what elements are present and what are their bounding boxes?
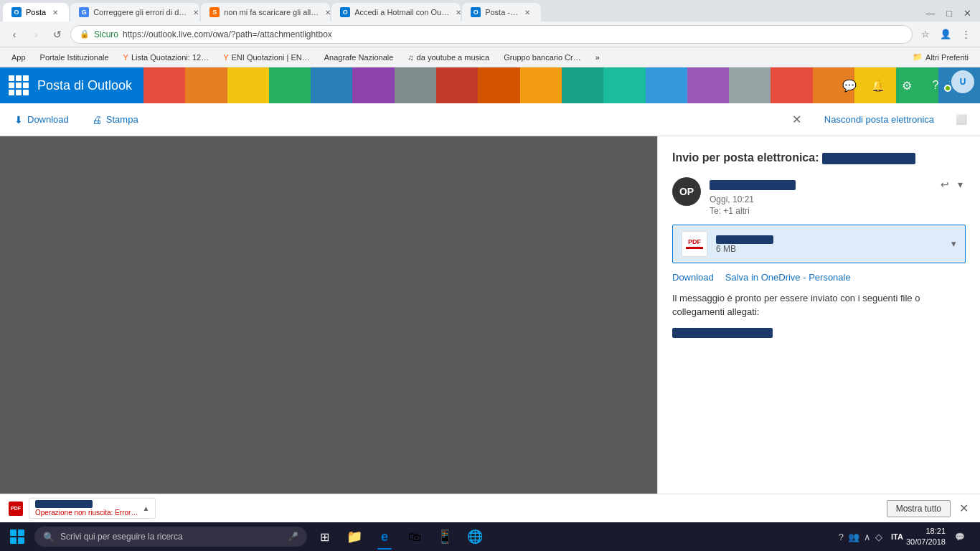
bookmark-youtube[interactable]: ♫ da youtube a musica <box>402 52 495 63</box>
windows-logo <box>10 529 24 544</box>
close-window-btn[interactable]: ✕ <box>958 5 977 22</box>
bookmark-portale[interactable]: Portale Istituzionale <box>34 52 115 63</box>
settings-icon-btn[interactable]: ⚙ <box>894 72 920 98</box>
pdf-file-icon: PDF <box>682 231 707 257</box>
tab-2-close[interactable]: ✕ <box>191 7 199 17</box>
toolbar-close-button[interactable]: ✕ <box>787 110 807 130</box>
url-bar[interactable]: 🔒 Sicuro https://outlook.live.com/owa/?p… <box>70 25 913 44</box>
main-content: Invio per posta elettronica: OP ↩ ▾ <box>0 136 980 522</box>
taskbar-task-view[interactable]: ⊞ <box>310 522 339 551</box>
reply-icon[interactable]: ↩ <box>938 177 952 192</box>
browser-tab-bar: O Posta ✕ G Correggere gli errori di d… … <box>0 0 980 22</box>
email-pane: Invio per posta elettronica: OP ↩ ▾ <box>657 136 980 522</box>
attachment-card: PDF 6 MB ▾ <box>672 225 966 263</box>
user-avatar[interactable]: U <box>951 70 974 93</box>
email-timestamp: Oggi, 10:21 Te: +1 altri <box>710 194 966 216</box>
email-sender-row: OP ↩ ▾ Oggi, 10:21 Te: +1 altr <box>672 177 966 216</box>
bookmark-eni[interactable]: Y ENI Quotazioni | EN… <box>217 52 316 63</box>
online-status-dot <box>944 85 951 92</box>
email-subject: Invio per posta elettronica: <box>672 151 966 166</box>
download-pdf-icon: PDF <box>9 501 23 516</box>
tab-3-label: non mi fa scaricare gli all… <box>224 8 319 17</box>
back-button[interactable]: ‹ <box>6 26 23 43</box>
taskbar-phone-companion[interactable]: 📱 <box>430 522 459 551</box>
print-icon: 🖨 <box>92 114 102 126</box>
print-button[interactable]: 🖨 Stampa <box>86 111 144 128</box>
secure-icon: 🔒 <box>80 29 90 39</box>
notification-bell-btn[interactable]: 🔔 <box>865 72 891 98</box>
tab-1-label: Posta <box>26 8 46 17</box>
expand-button[interactable]: ⬜ <box>951 110 971 130</box>
browser-tab-1[interactable]: O Posta ✕ <box>3 3 69 22</box>
help-desk-icon[interactable]: ? <box>839 532 844 542</box>
attachment-details: 6 MB <box>716 233 943 254</box>
language-badge[interactable]: ITA <box>891 532 903 541</box>
waffle-menu-icon[interactable] <box>9 75 29 95</box>
system-clock[interactable]: 18:21 30/07/2018 <box>906 526 946 548</box>
tab-3-close[interactable]: ✕ <box>323 7 330 17</box>
attachment-save-onedrive-link[interactable]: Salva in OneDrive - Personale <box>725 272 851 283</box>
browser-tab-2[interactable]: G Correggere gli errori di d… ✕ <box>70 3 199 22</box>
system-tray-icons: ? 👥 ∧ ◇ <box>833 532 888 542</box>
search-icon: 🔍 <box>43 532 55 542</box>
download-icon: ⬇ <box>14 114 23 126</box>
taskbar-chrome[interactable]: 🌐 <box>461 522 489 551</box>
menu-button[interactable]: ⋮ <box>957 26 974 43</box>
outlook-app: Posta di Outlook 💬 � <box>0 67 980 522</box>
dropbox-icon[interactable]: ◇ <box>875 532 882 542</box>
attachment-expand-icon[interactable]: ▾ <box>951 238 956 249</box>
forward-button[interactable]: › <box>27 26 44 43</box>
time-display: 18:21 <box>906 526 946 537</box>
bookmark-bancario[interactable]: Gruppo bancario Cr… <box>498 52 587 63</box>
chat-icon-btn[interactable]: 💬 <box>837 72 862 98</box>
bookmark-more[interactable]: » <box>590 52 606 63</box>
attachment-download-link[interactable]: Download <box>672 272 714 283</box>
bookmark-apps[interactable]: App <box>6 52 32 63</box>
taskbar-store[interactable]: 🛍 <box>400 522 429 551</box>
taskbar-file-explorer[interactable]: 📁 <box>340 522 369 551</box>
tab-1-close[interactable]: ✕ <box>50 7 60 17</box>
browser-tab-3[interactable]: S non mi fa scaricare gli all… ✕ <box>201 3 330 22</box>
minimize-btn[interactable]: — <box>920 5 941 22</box>
start-button[interactable] <box>3 522 32 551</box>
taskbar-search-box[interactable]: 🔍 Scrivi qui per eseguire la ricerca 🎤 <box>34 527 307 547</box>
date-display: 30/07/2018 <box>906 537 946 547</box>
search-placeholder: Scrivi qui per eseguire la ricerca <box>60 532 183 542</box>
tab-5-close[interactable]: ✕ <box>522 7 532 17</box>
tab-2-label: Correggere gli errori di d… <box>93 8 187 17</box>
download-filename-redacted <box>35 500 93 508</box>
browser-tab-5[interactable]: O Posta -… ✕ <box>462 3 541 22</box>
attachment-preview-pane <box>0 136 657 522</box>
reload-button[interactable]: ↺ <box>49 26 66 43</box>
attachment-actions: Download Salva in OneDrive - Personale <box>672 272 966 283</box>
print-label: Stampa <box>106 114 138 125</box>
bookmark-altri[interactable]: 📁 Altri Preferiti <box>907 51 974 63</box>
up-arrow-icon[interactable]: ∧ <box>864 532 871 542</box>
show-all-button[interactable]: Mostra tutto <box>887 500 951 517</box>
profile-button[interactable]: 👤 <box>937 26 954 43</box>
bookmark-lista-quotazioni[interactable]: Y Lista Quotazioni: 12… <box>118 52 215 63</box>
taskbar-edge-browser[interactable]: e <box>370 522 399 551</box>
download-chevron-icon[interactable]: ▲ <box>142 504 149 512</box>
download-bar-close-icon[interactable]: ✕ <box>956 500 971 517</box>
star-button[interactable]: ☆ <box>917 26 934 43</box>
sender-info: ↩ ▾ Oggi, 10:21 Te: +1 altri <box>710 177 966 216</box>
maximize-btn[interactable]: □ <box>941 5 958 22</box>
download-button[interactable]: ⬇ Download <box>9 111 75 128</box>
tab-5-label: Posta -… <box>485 8 518 17</box>
microphone-icon[interactable]: 🎤 <box>288 532 298 542</box>
more-actions-icon[interactable]: ▾ <box>955 177 966 192</box>
attachment-size: 6 MB <box>716 244 943 254</box>
download-label: Download <box>27 114 69 125</box>
sender-name <box>710 179 796 190</box>
hide-email-button[interactable]: Nascondi posta elettronica <box>819 111 940 128</box>
address-bar: ‹ › ↺ 🔒 Sicuro https://outlook.live.com/… <box>0 22 980 47</box>
people-icon[interactable]: 👥 <box>848 532 859 542</box>
bookmark-anagrafe[interactable]: Anagrafe Nazionale <box>319 52 400 63</box>
download-item[interactable]: Operazione non riuscita: Error… ▲ <box>29 498 156 519</box>
tab-4-close[interactable]: ✕ <box>453 7 461 17</box>
browser-tab-4[interactable]: O Accedi a Hotmail con Ou… ✕ <box>331 3 461 22</box>
windows-taskbar: 🔍 Scrivi qui per eseguire la ricerca 🎤 ⊞… <box>0 522 980 551</box>
bookmarks-bar: App Portale Istituzionale Y Lista Quotaz… <box>0 47 980 67</box>
action-center-icon[interactable]: 💬 <box>948 525 971 548</box>
